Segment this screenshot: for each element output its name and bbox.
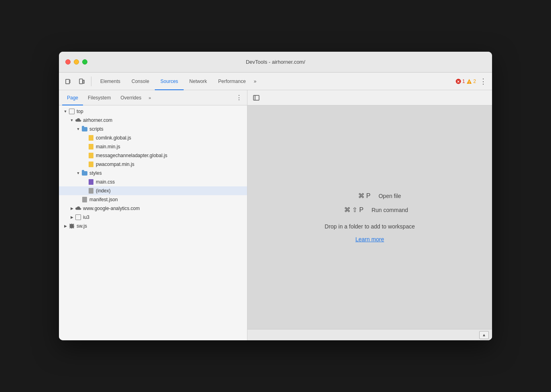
label-google-analytics: www.google-analytics.com (83, 206, 140, 211)
tree-item-google-analytics[interactable]: www.google-analytics.com (59, 204, 247, 213)
maximize-button[interactable] (82, 59, 87, 65)
learn-more-link[interactable]: Learn more (355, 236, 384, 242)
tab-console[interactable]: Console (126, 73, 155, 90)
label-manifest: manifest.json (89, 197, 118, 202)
toolbar-tabs: Elements Console Sources Network Perform… (95, 73, 259, 90)
arrow-iu3 (69, 214, 75, 220)
toolbar-right: ✕ 1 ! 2 ⋮ (456, 76, 489, 87)
label-comlink: comlink.global.js (96, 135, 131, 141)
tree-item-iu3[interactable]: iu3 (59, 213, 247, 222)
warning-badge: ! 2 (466, 79, 476, 84)
error-icon: ✕ (456, 79, 461, 84)
tab-network[interactable]: Network (184, 73, 213, 90)
frame-icon-top (69, 108, 75, 115)
main-content: Page Filesystem Overrides » ⋮ top (59, 90, 492, 340)
tree-item-comlink[interactable]: comlink.global.js (59, 133, 247, 142)
device-icon[interactable] (76, 75, 88, 87)
label-maincss: main.css (96, 179, 115, 185)
js-icon-messagechannel (88, 152, 94, 159)
shortcut-keys-run: ⌘ ⇧ P (331, 206, 363, 214)
subtab-menu-button[interactable]: ⋮ (234, 93, 244, 103)
label-styles: styles (89, 170, 102, 176)
label-airhorner: airhorner.com (83, 117, 112, 123)
file-tree: top airhorner.com (59, 105, 247, 340)
tab-performance[interactable]: Performance (213, 73, 251, 90)
tree-item-swjs[interactable]: sw.js (59, 222, 247, 230)
bottom-bar: ▲ (247, 329, 492, 340)
upload-button[interactable]: ▲ (479, 331, 489, 339)
svg-rect-2 (83, 80, 84, 83)
tree-item-mainmin[interactable]: main.min.js (59, 142, 247, 151)
tree-item-scripts[interactable]: scripts (59, 125, 247, 133)
toolbar-menu-button[interactable]: ⋮ (478, 76, 489, 87)
right-panel: ⌘ P Open file ⌘ ⇧ P Run command Drop in … (247, 90, 492, 340)
tree-item-maincss[interactable]: main.css (59, 178, 247, 186)
tree-item-styles[interactable]: styles (59, 169, 247, 178)
error-badge: ✕ 1 (456, 79, 465, 84)
label-top: top (77, 109, 83, 114)
svg-text:!: ! (469, 80, 470, 84)
toolbar-divider (91, 77, 91, 86)
folder-icon-scripts (81, 126, 88, 132)
label-index: (index) (96, 188, 111, 194)
arrow-top (62, 108, 69, 115)
tree-item-index[interactable]: (index) (59, 186, 247, 195)
cloud-icon-google (75, 205, 81, 212)
js-icon-comlink (88, 135, 94, 141)
main-toolbar: Elements Console Sources Network Perform… (59, 73, 492, 90)
shortcut-label-run: Run command (371, 207, 408, 213)
svg-rect-7 (253, 95, 259, 100)
inspect-icon[interactable] (62, 75, 74, 87)
subtab-more[interactable]: » (146, 90, 153, 105)
gear-icon-swjs (69, 223, 75, 229)
tree-item-pwacompat[interactable]: pwacompat.min.js (59, 160, 247, 169)
tab-elements[interactable]: Elements (95, 73, 126, 90)
close-button[interactable] (65, 59, 71, 65)
svg-rect-0 (66, 79, 69, 84)
gray-icon-manifest (81, 196, 88, 203)
label-pwacompat: pwacompat.min.js (96, 162, 134, 167)
label-iu3: iu3 (83, 214, 89, 220)
minimize-button[interactable] (74, 59, 79, 65)
shortcut-keys-open: ⌘ P (338, 192, 371, 200)
traffic-lights (65, 59, 87, 65)
right-content: ⌘ P Open file ⌘ ⇧ P Run command Drop in … (247, 105, 492, 329)
drop-workspace-text: Drop in a folder to add to workspace (325, 223, 415, 230)
shortcut-label-open: Open file (379, 193, 401, 199)
tree-item-messagechannel[interactable]: messagechanneladapter.global.js (59, 151, 247, 160)
tab-sources[interactable]: Sources (155, 73, 184, 90)
toolbar-more-tabs[interactable]: » (251, 73, 259, 90)
svg-text:✕: ✕ (457, 80, 460, 84)
svg-rect-1 (79, 79, 83, 84)
shortcut-row-open: ⌘ P Open file (338, 192, 401, 200)
sidebar-toggle-button[interactable] (251, 92, 262, 103)
label-mainmin: main.min.js (96, 144, 120, 150)
window-title: DevTools - airhorner.com/ (246, 59, 305, 65)
subtab-overrides[interactable]: Overrides (115, 91, 146, 105)
right-toolbar (247, 90, 492, 105)
tree-item-top[interactable]: top (59, 107, 247, 116)
arrow-scripts (75, 126, 81, 132)
error-count: 1 (462, 79, 465, 84)
tree-item-airhorner[interactable]: airhorner.com (59, 116, 247, 125)
tree-item-manifest[interactable]: manifest.json (59, 195, 247, 204)
gray-icon-index (88, 188, 94, 194)
cloud-icon-airhorner (75, 117, 81, 123)
arrow-google-analytics (69, 205, 75, 212)
subtab-page[interactable]: Page (62, 91, 83, 105)
arrow-styles (75, 170, 81, 176)
arrow-airhorner (69, 117, 75, 123)
subtabs: Page Filesystem Overrides » ⋮ (59, 90, 247, 105)
titlebar: DevTools - airhorner.com/ (59, 52, 492, 73)
label-messagechannel: messagechanneladapter.global.js (96, 153, 167, 158)
folder-icon-styles (81, 170, 88, 176)
warning-icon: ! (466, 79, 472, 84)
subtab-filesystem[interactable]: Filesystem (83, 91, 115, 105)
arrow-swjs (62, 223, 69, 229)
label-scripts: scripts (89, 126, 103, 132)
js-icon-mainmin (88, 143, 94, 150)
warning-count: 2 (473, 79, 476, 84)
frame-icon-iu3 (75, 214, 81, 220)
devtools-window: DevTools - airhorner.com/ Elements Conso… (59, 52, 492, 340)
css-icon-maincss (88, 179, 94, 185)
